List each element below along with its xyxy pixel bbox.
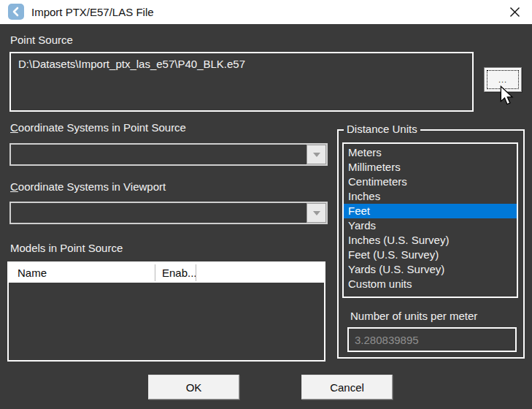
column-header-enabled[interactable]: Enab... <box>162 263 197 283</box>
unit-option-feet[interactable]: Feet <box>344 204 517 218</box>
models-table-header: Name Enab... <box>9 263 324 283</box>
unit-option-centimeters[interactable]: Centimeters <box>344 175 517 189</box>
unit-option-meters[interactable]: Meters <box>344 145 517 160</box>
chevron-down-icon <box>313 153 320 157</box>
distance-units-list: MetersMillimetersCentimetersInchesFeetYa… <box>342 142 518 298</box>
unit-option-millimeters[interactable]: Millimeters <box>344 160 517 175</box>
coord-viewport-combobox[interactable] <box>9 202 328 224</box>
point-source-label: Point Source <box>10 34 73 46</box>
chevron-down-icon <box>313 211 320 215</box>
column-divider[interactable] <box>155 264 155 281</box>
browse-button-label: ... <box>487 70 519 89</box>
coord-viewport-label: Coordinate Systems in Viewport <box>10 180 166 193</box>
coord-source-combobox[interactable] <box>9 143 328 166</box>
app-icon <box>8 4 24 20</box>
unit-option-yards[interactable]: Yards <box>344 218 517 233</box>
close-icon <box>509 7 520 18</box>
point-source-box[interactable]: D:\Datasets\Import_ptx_las_e57\P40_BLK.e… <box>9 52 474 112</box>
coord-viewport-dropdown-button[interactable] <box>307 203 326 223</box>
units-per-meter-label: Number of units per meter <box>350 310 477 322</box>
title-bar: Import PTX/E57/LAS File <box>0 0 532 24</box>
back-chevron-icon <box>11 7 21 17</box>
unit-option-yards-u-s-survey-[interactable]: Yards (U.S. Survey) <box>344 262 517 277</box>
unit-option-inches[interactable]: Inches <box>344 189 517 204</box>
unit-option-feet-u-s-survey-[interactable]: Feet (U.S. Survey) <box>344 248 517 262</box>
close-button[interactable] <box>500 0 529 24</box>
browse-button[interactable]: ... <box>484 67 522 92</box>
models-table: Name Enab... <box>7 261 325 362</box>
column-header-name[interactable]: Name <box>18 263 47 283</box>
unit-option-custom-units[interactable]: Custom units <box>344 277 517 291</box>
window-title: Import PTX/E57/LAS File <box>31 0 154 24</box>
models-label: Models in Point Source <box>10 242 123 254</box>
ok-button[interactable]: OK <box>148 375 239 400</box>
distance-units-group: Distance Units MetersMillimetersCentimet… <box>337 129 525 359</box>
cancel-button[interactable]: Cancel <box>301 375 393 400</box>
coord-source-label: Coordinate Systems in Point Source <box>10 121 186 134</box>
units-per-meter-field: 3.280839895 <box>347 327 517 352</box>
column-divider[interactable] <box>196 264 196 281</box>
coord-source-dropdown-button[interactable] <box>307 145 326 164</box>
import-dialog: Import PTX/E57/LAS File Point Source D:\… <box>0 0 532 409</box>
distance-units-group-label: Distance Units <box>344 123 420 135</box>
unit-option-inches-u-s-survey-[interactable]: Inches (U.S. Survey) <box>344 233 517 248</box>
point-source-path: D:\Datasets\Import_ptx_las_e57\P40_BLK.e… <box>18 58 245 70</box>
